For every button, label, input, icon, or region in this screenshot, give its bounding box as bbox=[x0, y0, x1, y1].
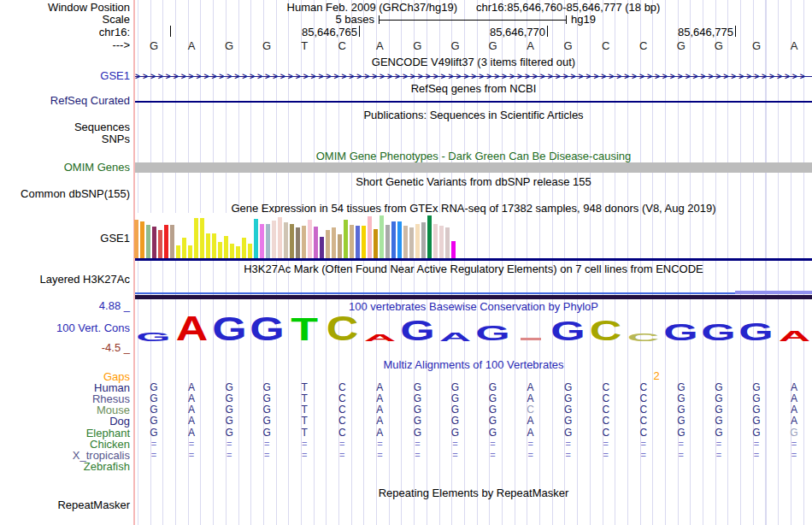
gtex-tissue-bar bbox=[439, 226, 444, 258]
align-base: G bbox=[700, 416, 738, 427]
ruler-tick bbox=[547, 26, 548, 37]
align-base: G bbox=[248, 404, 285, 416]
align-base: T bbox=[285, 393, 323, 404]
conservation-track-label[interactable]: 100 Vert. Cons bbox=[56, 322, 130, 333]
align-base: G bbox=[248, 416, 285, 427]
gencode-title: GENCODE V49lift37 (3 items filtered out) bbox=[135, 56, 812, 68]
gtex-tissue-bar bbox=[158, 230, 162, 258]
align-base: C bbox=[625, 404, 662, 416]
align-base: G bbox=[248, 428, 285, 439]
gtex-tissue-bar bbox=[403, 226, 408, 258]
window-position-label: Window Position bbox=[48, 2, 130, 13]
h3k27ac-signal-line[interactable] bbox=[135, 292, 812, 294]
refseq-gene-item[interactable] bbox=[135, 101, 812, 103]
align-base: G bbox=[662, 428, 700, 439]
align-base: G bbox=[550, 416, 587, 427]
h3k27ac-base-bar[interactable] bbox=[135, 295, 812, 299]
species-label-chicken[interactable]: Chicken bbox=[90, 439, 130, 450]
gtex-expression-bars[interactable] bbox=[134, 215, 459, 258]
align-base: G bbox=[662, 416, 700, 427]
logo-column: C bbox=[323, 312, 361, 341]
logo-column: G bbox=[474, 312, 512, 341]
chrom-label[interactable]: chr16: bbox=[99, 27, 130, 38]
align-gap-glyph: = bbox=[512, 450, 550, 461]
logo-letter: G bbox=[137, 332, 171, 341]
layered-h3k27ac-label[interactable]: Layered H3K27Ac bbox=[39, 274, 130, 285]
align-base: G bbox=[135, 428, 173, 439]
logo-column: C bbox=[625, 312, 662, 341]
gtex-tissue-bar bbox=[380, 215, 384, 258]
h3k27ac-signal-peak[interactable] bbox=[735, 291, 812, 294]
align-base: G bbox=[248, 382, 285, 393]
align-base: C bbox=[587, 393, 625, 404]
gtex-gene-label[interactable]: GSE1 bbox=[100, 233, 130, 244]
omim-gene-item[interactable] bbox=[135, 162, 812, 173]
gtex-tissue-bar bbox=[362, 226, 366, 258]
omim-genes-label[interactable]: OMIM Genes bbox=[64, 162, 130, 173]
gtex-tissue-bar bbox=[344, 220, 348, 258]
refseq-title: RefSeq genes from NCBI bbox=[135, 83, 812, 94]
align-gap-glyph: = bbox=[323, 439, 361, 450]
species-label-zebrafish[interactable]: Zebrafish bbox=[84, 461, 130, 472]
align-base: C bbox=[625, 428, 662, 439]
publications-snps-label[interactable]: SNPs bbox=[102, 133, 130, 145]
species-label-human[interactable]: Human bbox=[94, 382, 130, 393]
align-gap-glyph: = bbox=[662, 450, 700, 461]
align-gap-glyph: = bbox=[625, 439, 662, 450]
sequence-base: G bbox=[436, 40, 474, 51]
publications-sequences-label[interactable]: Sequences bbox=[74, 121, 130, 133]
multiz-title: Multiz Alignments of 100 Vertebrates bbox=[135, 359, 812, 370]
sequence-base: G bbox=[474, 40, 512, 51]
dbsnp-title: Short Genetic Variants from dbSNP releas… bbox=[135, 176, 812, 187]
align-gap-glyph: = bbox=[550, 450, 587, 461]
assembly-short-label: hg19 bbox=[571, 14, 596, 25]
gtex-tissue-bar bbox=[254, 219, 258, 258]
gtex-tissue-bar bbox=[164, 225, 168, 258]
align-base: G bbox=[700, 404, 738, 416]
logo-letter: G bbox=[250, 317, 284, 342]
species-label-mouse[interactable]: Mouse bbox=[97, 404, 130, 416]
gtex-tissue-bar bbox=[200, 218, 204, 258]
align-base: G bbox=[700, 393, 738, 404]
align-base: G bbox=[662, 404, 700, 416]
align-base: G bbox=[738, 382, 775, 393]
strand-label[interactable]: ---> bbox=[112, 39, 130, 50]
gencode-gene-label[interactable]: GSE1 bbox=[100, 70, 130, 81]
align-base: G bbox=[550, 382, 587, 393]
species-label-dog[interactable]: Dog bbox=[109, 416, 130, 427]
gtex-baseline bbox=[135, 258, 812, 261]
logo-column: C bbox=[587, 312, 625, 341]
align-gap-glyph: = bbox=[173, 439, 210, 450]
gtex-tissue-bar bbox=[236, 246, 240, 258]
gtex-tissue-bar bbox=[374, 229, 378, 258]
gtex-tissue-bar bbox=[272, 221, 276, 258]
gtex-tissue-bar bbox=[302, 226, 306, 258]
logo-column: G bbox=[398, 312, 436, 341]
refseq-curated-label[interactable]: RefSeq Curated bbox=[50, 95, 130, 106]
align-gap-glyph: = bbox=[587, 450, 625, 461]
align-gap-glyph: = bbox=[436, 450, 474, 461]
logo-letter: G bbox=[702, 323, 736, 341]
gtex-tissue-bar bbox=[338, 234, 342, 258]
gtex-tissue-bar bbox=[194, 218, 198, 258]
logo-letter: A bbox=[778, 331, 810, 341]
species-label-rhesus[interactable]: Rhesus bbox=[92, 393, 130, 404]
logo-column: G bbox=[738, 312, 775, 341]
align-base: G bbox=[436, 404, 474, 416]
gtex-tissue-bar bbox=[212, 233, 216, 258]
repeatmasker-label[interactable]: RepeatMasker bbox=[57, 499, 130, 510]
common-dbsnp-label[interactable]: Common dbSNP(155) bbox=[21, 188, 130, 199]
ruler-number: 85,646,770 bbox=[460, 27, 545, 38]
logo-letter: A bbox=[364, 334, 397, 341]
logo-letter: A bbox=[439, 332, 472, 341]
species-label-elephant[interactable]: Elephant bbox=[86, 428, 130, 439]
align-gap-glyph: = bbox=[135, 450, 173, 461]
align-gap-glyph: = bbox=[436, 439, 474, 450]
species-label-x_tropicalis[interactable]: X_tropicalis bbox=[73, 450, 130, 461]
align-gap-glyph: = bbox=[775, 439, 812, 450]
h3k27ac-title: H3K27Ac Mark (Often Found Near Active Re… bbox=[135, 263, 812, 274]
align-base: G bbox=[135, 416, 173, 427]
align-base: A bbox=[173, 382, 210, 393]
gencode-gene-item[interactable]: >>>>>>>>>>>>>>>>>>>>>>>>>>>>>>>>>>>>>>>>… bbox=[135, 71, 812, 82]
align-gap-glyph: = bbox=[173, 450, 210, 461]
